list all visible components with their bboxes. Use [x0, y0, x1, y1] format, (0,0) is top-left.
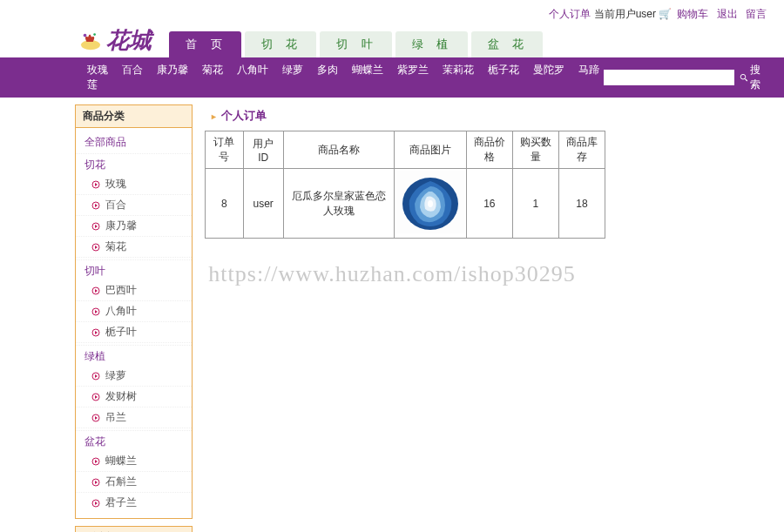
- search-input[interactable]: [604, 70, 734, 85]
- logout-link[interactable]: 退出: [717, 8, 738, 20]
- cat-item-玫瑰[interactable]: 玫瑰: [76, 174, 192, 195]
- page-title: 个人订单: [205, 104, 784, 131]
- flower-logo-icon: [78, 30, 103, 51]
- bullet-icon: [91, 478, 100, 487]
- tab-盆花[interactable]: 盆 花: [471, 31, 544, 57]
- svg-point-2: [93, 33, 96, 36]
- sidebar: 商品分类 全部商品切花玫瑰百合康乃馨菊花切叶巴西叶八角叶栀子叶绿植绿萝发财树吊兰…: [75, 104, 193, 532]
- table-header: 用户ID: [243, 131, 283, 169]
- cell-user-id: user: [243, 169, 283, 239]
- subnav-栀子花[interactable]: 栀子花: [488, 64, 519, 76]
- recent-box: 最近浏览 泰国鲜切叶热带新鲜的绿叶如水小发财树: [75, 526, 193, 532]
- table-header: 商品库存: [558, 131, 605, 169]
- tab-切花[interactable]: 切 花: [245, 31, 317, 57]
- cell-stock: 18: [558, 169, 605, 239]
- subnav-蝴蝶兰[interactable]: 蝴蝶兰: [352, 64, 383, 76]
- personal-order-link[interactable]: 个人订单: [549, 8, 591, 20]
- bullet-icon: [91, 307, 100, 316]
- cat-group-盆花[interactable]: 盆花: [76, 430, 192, 451]
- bullet-icon: [91, 457, 100, 466]
- category-box: 商品分类 全部商品切花玫瑰百合康乃馨菊花切叶巴西叶八角叶栀子叶绿植绿萝发财树吊兰…: [75, 104, 193, 519]
- logo-text: 花城: [106, 25, 152, 56]
- table-header: 购买数量: [512, 131, 558, 169]
- svg-point-1: [84, 33, 87, 37]
- main-content: 个人订单 订单号用户ID商品名称商品图片商品价格购买数量商品库存 8user厄瓜…: [193, 104, 784, 532]
- cat-item-康乃馨[interactable]: 康乃馨: [76, 216, 192, 237]
- cat-item-绿萝[interactable]: 绿萝: [76, 366, 192, 387]
- bullet-icon: [91, 372, 100, 380]
- tab-首页[interactable]: 首 页: [169, 31, 241, 57]
- cell-product-img: [394, 169, 466, 239]
- category-title: 商品分类: [76, 105, 192, 128]
- cell-qty: 1: [512, 169, 558, 239]
- subnav-茉莉花[interactable]: 茉莉花: [443, 64, 474, 76]
- bullet-icon: [91, 201, 100, 210]
- table-header: 订单号: [206, 131, 244, 169]
- tab-切叶[interactable]: 切 叶: [320, 31, 392, 57]
- bullet-icon: [91, 286, 100, 295]
- top-bar: 个人订单 当前用户user 🛒购物车 退出 留言: [0, 0, 784, 25]
- search-button[interactable]: 搜索: [740, 63, 767, 92]
- cell-price: 16: [466, 169, 512, 239]
- bullet-icon: [91, 222, 100, 231]
- cat-item-君子兰[interactable]: 君子兰: [76, 493, 192, 513]
- table-row: 8user厄瓜多尔皇家蓝色恋人玫瑰16118: [206, 169, 605, 239]
- order-table: 订单号用户ID商品名称商品图片商品价格购买数量商品库存 8user厄瓜多尔皇家蓝…: [205, 131, 605, 239]
- subnav-玫瑰[interactable]: 玫瑰: [87, 64, 108, 76]
- search-icon: [740, 72, 748, 83]
- svg-line-4: [746, 79, 747, 81]
- bullet-icon: [91, 499, 100, 508]
- subnav-绿萝[interactable]: 绿萝: [282, 64, 303, 76]
- cat-group-切花[interactable]: 切花: [76, 153, 192, 174]
- logo[interactable]: 花城: [78, 25, 152, 56]
- svg-point-3: [740, 74, 746, 79]
- bullet-icon: [91, 393, 100, 401]
- cart-icon: 🛒: [659, 8, 672, 20]
- subnav-曼陀罗[interactable]: 曼陀罗: [533, 64, 564, 76]
- product-image: [396, 171, 464, 233]
- subnav-多肉[interactable]: 多肉: [317, 64, 338, 76]
- cat-item-菊花[interactable]: 菊花: [76, 237, 192, 258]
- bullet-icon: [91, 180, 100, 189]
- table-header: 商品名称: [283, 131, 394, 169]
- message-link[interactable]: 留言: [746, 8, 767, 20]
- current-user-label: 当前用户user: [594, 8, 656, 20]
- subnav-百合[interactable]: 百合: [122, 64, 143, 76]
- subnav-康乃馨[interactable]: 康乃馨: [157, 64, 188, 76]
- cat-item-蝴蝶兰[interactable]: 蝴蝶兰: [76, 451, 192, 472]
- bullet-icon: [91, 243, 100, 252]
- cell-product-name: 厄瓜多尔皇家蓝色恋人玫瑰: [283, 169, 394, 239]
- cat-group-切叶[interactable]: 切叶: [76, 259, 192, 280]
- subnav-八角叶[interactable]: 八角叶: [237, 64, 268, 76]
- bullet-icon: [91, 328, 100, 337]
- search-box: 搜索: [604, 63, 767, 92]
- cat-group-绿植[interactable]: 绿植: [76, 345, 192, 366]
- cat-item-巴西叶[interactable]: 巴西叶: [76, 280, 192, 301]
- tab-绿植[interactable]: 绿 植: [395, 31, 468, 57]
- sub-nav: 玫瑰百合康乃馨菊花八角叶绿萝多肉蝴蝶兰紫罗兰茉莉花栀子花曼陀罗马蹄莲 搜索: [0, 57, 784, 98]
- subnav-菊花[interactable]: 菊花: [202, 64, 223, 76]
- table-header: 商品图片: [394, 131, 466, 169]
- cat-item-八角叶[interactable]: 八角叶: [76, 301, 192, 322]
- cat-item-栀子叶[interactable]: 栀子叶: [76, 322, 192, 343]
- cat-item-石斛兰[interactable]: 石斛兰: [76, 472, 192, 493]
- cat-item-吊兰[interactable]: 吊兰: [76, 407, 192, 428]
- cart-link[interactable]: 购物车: [677, 8, 708, 20]
- recent-title: 最近浏览: [76, 527, 192, 532]
- subnav-紫罗兰[interactable]: 紫罗兰: [397, 64, 429, 76]
- bullet-icon: [91, 414, 100, 422]
- svg-point-21: [428, 200, 433, 207]
- cat-item-发财树[interactable]: 发财树: [76, 387, 192, 407]
- main-tabs: 首 页切 花切 叶绿 植盆 花: [169, 31, 543, 57]
- cat-all[interactable]: 全部商品: [76, 133, 192, 152]
- cell-order-no: 8: [206, 169, 244, 239]
- cat-item-百合[interactable]: 百合: [76, 195, 192, 216]
- table-header: 商品价格: [466, 131, 512, 169]
